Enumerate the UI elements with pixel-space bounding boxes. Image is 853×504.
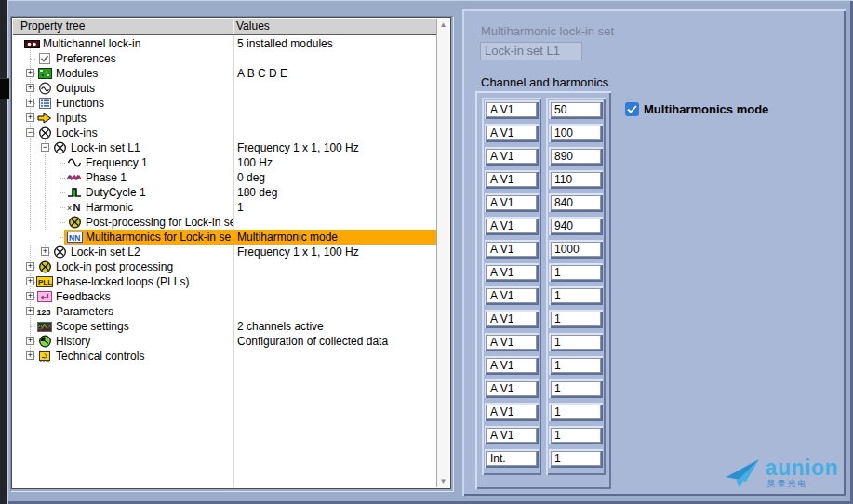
channel-input-9[interactable] (486, 312, 537, 326)
tree-item-lock-in-post-processing[interactable]: +Lock-in post processing (13, 259, 436, 274)
tree-item-dutycycle-1[interactable]: DutyCycle 1180 deg (13, 185, 436, 200)
channel-input-12[interactable] (486, 381, 537, 396)
tree-item-inputs[interactable]: +Inputs (13, 111, 436, 126)
harmonic-input-8[interactable] (551, 288, 601, 303)
tree-item-post-processing-for-lock-in-se[interactable]: Post-processing for Lock-in se (13, 215, 436, 230)
tree-expand-icon[interactable]: + (26, 84, 34, 92)
channel-input-13[interactable] (486, 405, 537, 419)
channel-input-14[interactable] (486, 428, 537, 443)
tree-item-phase-locked-loops-plls[interactable]: +PLLPhase-locked loops (PLLs) (13, 274, 436, 289)
harmonic-input-4[interactable] (551, 195, 601, 210)
channel-input-11[interactable] (486, 358, 537, 373)
tree-expand-icon[interactable]: + (26, 307, 34, 315)
multiharmonics-mode-row[interactable]: Multiharmonics mode (625, 102, 768, 116)
tree-expand-icon[interactable]: + (26, 292, 34, 300)
tree-collapse-icon[interactable]: − (41, 143, 49, 152)
tree-item-multichannel-lock-in[interactable]: Multichannel lock-in5 installed modules (13, 36, 436, 51)
tree-item-lock-in-set-l1[interactable]: −Lock-in set L1Frequency 1 x 1, 100 Hz (13, 140, 436, 155)
channel-input-8[interactable] (486, 288, 537, 303)
tree-item-value: 1 (233, 200, 436, 215)
harmonic-input-7[interactable] (551, 265, 601, 280)
tree-scrollbar[interactable]: ▲ ▼ (436, 19, 449, 487)
left-edge-tab (0, 78, 9, 99)
channel-input-3[interactable] (486, 172, 537, 187)
left-edge-strip (0, 0, 7, 504)
tree-item-preferences[interactable]: Preferences (13, 51, 436, 66)
harmonic-field-frame (549, 240, 603, 259)
tree-item-value (233, 96, 436, 111)
tree-item-frequency-1[interactable]: Frequency 1100 Hz (13, 155, 436, 170)
tree-item-modules[interactable]: +ModulesA B C D E (13, 66, 436, 81)
tree-item-parameters[interactable]: +123Parameters (13, 304, 436, 319)
harmonic-input-5[interactable] (551, 219, 601, 233)
channel-field-frame (485, 403, 539, 421)
harmonic-field-frame (549, 193, 603, 212)
tree-item-name-cell: Preferences (13, 51, 233, 66)
channel-field-frame (485, 426, 539, 444)
harmonic-input-9[interactable] (551, 312, 601, 326)
tree-expand-icon[interactable]: + (26, 113, 34, 122)
tree-item-scope-settings[interactable]: Scope settings2 channels active (13, 319, 436, 334)
harmonic-input-6[interactable] (551, 242, 601, 257)
tree-expand-icon[interactable]: + (26, 262, 34, 271)
channel-field-frame (485, 356, 539, 375)
harmonic-input-2[interactable] (551, 149, 601, 164)
tree-expand-icon[interactable]: + (26, 99, 34, 107)
tree-item-name-cell: Multichannel lock-in (13, 36, 233, 51)
tree-expand-icon[interactable]: + (26, 351, 34, 360)
channel-input-7[interactable] (486, 265, 537, 280)
harmonic-input-13[interactable] (551, 405, 601, 419)
tree-expand-icon[interactable]: + (26, 69, 34, 77)
tree-item-technical-controls[interactable]: +Technical controls (13, 349, 436, 364)
channel-harmonics-label: Channel and harmonics (481, 75, 608, 89)
tree-item-history[interactable]: +HistoryConfiguration of collected data (13, 334, 436, 349)
harmonic-input-14[interactable] (551, 428, 601, 443)
harmonic-input-12[interactable] (551, 381, 601, 396)
svg-text:123: 123 (36, 308, 50, 317)
multiharmonics-mode-checkbox[interactable] (625, 102, 639, 116)
tree-item-harmonic[interactable]: ×NHarmonic1 (13, 200, 436, 215)
channel-input-4[interactable] (486, 195, 537, 210)
svg-text:×: × (67, 204, 72, 213)
tree-item-multiharmonics-for-lock-in-se[interactable]: NNMultiharmonics for Lock-in seMultiharm… (13, 230, 436, 245)
harmonic-field-frame (549, 170, 603, 189)
modules-icon (36, 67, 53, 80)
channel-input-5[interactable] (486, 219, 537, 233)
tree-item-phase-1[interactable]: Phase 10 deg (13, 170, 436, 185)
scrollbar-up-icon[interactable]: ▲ (437, 19, 449, 31)
tree-item-feedbacks[interactable]: +Feedbacks (13, 289, 436, 304)
channel-field-frame (485, 124, 539, 142)
tree-item-lock-ins[interactable]: −Lock-ins (13, 126, 436, 140)
tree-collapse-icon[interactable]: − (26, 128, 34, 137)
channel-input-1[interactable] (486, 126, 537, 140)
tree-item-name-cell: NNMultiharmonics for Lock-in se (13, 230, 233, 245)
tree-item-functions[interactable]: +Functions (13, 96, 436, 111)
tree-expand-icon[interactable]: + (26, 277, 34, 285)
harmonic-input-10[interactable] (551, 335, 601, 350)
harmonic-input-1[interactable] (551, 126, 601, 140)
channel-input-2[interactable] (486, 149, 537, 164)
tree-item-label: Frequency 1 (86, 156, 148, 169)
svg-text:NN: NN (69, 233, 80, 243)
tree-expand-icon[interactable]: + (26, 337, 34, 345)
harmonic-input-11[interactable] (551, 358, 601, 373)
channel-input-10[interactable] (486, 335, 537, 350)
tree-item-label: Multichannel lock-in (43, 37, 140, 50)
tree-item-outputs[interactable]: +Outputs (13, 81, 436, 96)
harmonic-field-frame (549, 333, 603, 351)
harmonic-input-3[interactable] (551, 172, 601, 187)
harmonic-input-0[interactable] (551, 102, 601, 117)
postprocessing-icon (66, 216, 83, 229)
harmonic-input-15[interactable] (551, 451, 601, 466)
scrollbar-down-icon[interactable]: ▼ (437, 475, 449, 487)
channel-input-15[interactable] (486, 451, 537, 466)
tree-item-label: Lock-in set L1 (71, 141, 140, 154)
tree-guide-stub (60, 237, 65, 239)
tree-expand-icon[interactable]: + (41, 247, 49, 256)
channel-input-0[interactable] (486, 102, 537, 117)
tree-item-lock-in-set-l2[interactable]: +Lock-in set L2Frequency 1 x 1, 100 Hz (13, 245, 436, 259)
channel-input-6[interactable] (486, 242, 537, 257)
harmonic-field-frame (549, 379, 603, 398)
tree-item-value (233, 289, 436, 304)
harmonic-field-frame (549, 263, 603, 282)
